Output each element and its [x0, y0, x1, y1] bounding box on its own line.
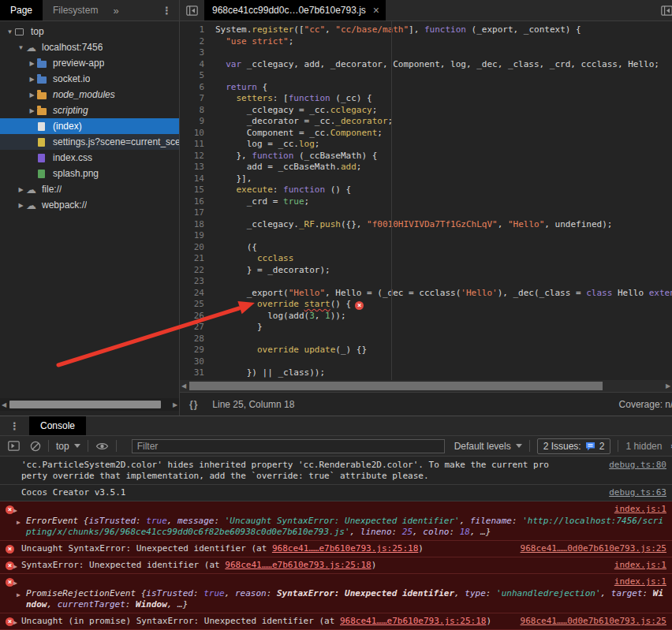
tree-expand-icon[interactable]: ▶ [27, 60, 37, 67]
tree-expand-icon[interactable]: ▶ [27, 76, 37, 83]
line-number[interactable]: 5 [180, 70, 211, 82]
line-number[interactable]: 26 [180, 311, 211, 322]
tree-expand-icon[interactable]: ▶ [27, 107, 37, 114]
line-number[interactable]: 9 [180, 116, 211, 128]
clear-console-icon[interactable] [30, 441, 41, 452]
line-number[interactable]: 29 [180, 345, 211, 356]
line-number[interactable]: 24 [180, 288, 211, 300]
hidden-messages-label[interactable]: 1 hidden [625, 441, 662, 452]
tab-console[interactable]: Console [29, 416, 86, 435]
scroll-left-icon[interactable]: ◀ [0, 401, 8, 408]
line-number[interactable]: 20 [180, 242, 211, 254]
tree-item-label: splash.png [51, 168, 99, 179]
tree-item--index-[interactable]: (index) [0, 118, 179, 134]
line-number[interactable]: 28 [180, 334, 211, 345]
tree-item-splash-png[interactable]: splash.png [0, 166, 179, 181]
tree-expand-icon[interactable]: ▶ [27, 91, 37, 99]
tree-expand-icon[interactable]: ▶ [16, 186, 26, 193]
line-number[interactable]: 7 [180, 93, 211, 105]
message-text: PromiseRejectionEvent {isTrusted: true, … [26, 588, 663, 609]
folder-icon [37, 76, 47, 84]
tree-expand-icon[interactable]: ▼ [16, 44, 26, 51]
scroll-left-icon[interactable]: ◀ [180, 382, 188, 390]
pretty-print-icon[interactable]: {} [189, 399, 198, 410]
source-link[interactable]: 968ce41……e7b610e793.js:25:18 [272, 543, 418, 554]
code-text: ({ [211, 242, 257, 254]
line-number[interactable]: 21 [180, 253, 211, 265]
line-number[interactable]: 2 [180, 36, 211, 48]
more-tabs-icon[interactable]: » [108, 0, 123, 21]
tree-item-top[interactable]: ▼top [0, 24, 179, 39]
code-editor[interactable]: 1System.register(["cc", "cc/base/math"],… [180, 21, 672, 380]
error-icon: × [6, 545, 14, 554]
navigator-menu-icon[interactable]: ⋮ [155, 0, 179, 21]
tree-item-node-modules[interactable]: ▶node_modules [0, 87, 179, 103]
line-number[interactable]: 18 [180, 219, 211, 231]
source-link[interactable]: 968ce41……e7b610e793.js:25:18 [225, 560, 371, 570]
scrollbar-thumb[interactable] [189, 382, 603, 390]
live-expression-eye-icon[interactable] [95, 442, 109, 451]
code-text: add = _ccBaseMath.add; [211, 162, 361, 173]
expand-caret-icon[interactable]: ▶ [17, 590, 21, 601]
tree-item-webpack-[interactable]: ▶☁webpack:// [0, 197, 179, 213]
tree-item-label: localhost:7456 [40, 42, 103, 53]
line-number[interactable]: 31 [180, 367, 211, 379]
tree-expand-icon[interactable]: ▶ [16, 202, 26, 209]
close-icon[interactable]: × [373, 5, 379, 16]
line-number[interactable]: 14 [180, 173, 211, 185]
file-tab[interactable]: 968ce41cc99dd0c…0e7b610e793.js × [204, 0, 386, 21]
drawer-menu-icon[interactable]: ⋮ [0, 416, 29, 435]
line-number[interactable]: 30 [180, 356, 211, 368]
line-number[interactable]: 12 [180, 151, 211, 162]
code-text: override start() {× [211, 299, 364, 311]
sidebar-horizontal-scrollbar[interactable]: ◀ ▶ [0, 398, 179, 411]
tab-page[interactable]: Page [0, 0, 43, 21]
line-number[interactable]: 8 [180, 105, 211, 117]
issues-counter[interactable]: 2 Issues: 2 [537, 438, 611, 454]
tree-item-settings-js-scene-current-scen[interactable]: settings.js?scene=current_scen [0, 134, 179, 150]
scrollbar-thumb[interactable] [9, 401, 161, 408]
message-text: 'cc.ParticleSystem2D.color' hides inheri… [21, 460, 549, 481]
line-number[interactable]: 17 [180, 207, 211, 219]
console-log-message: debug.ts:63Cocos Creator v3.5.1 [0, 485, 672, 501]
source-link[interactable]: 968ce41……e7b610e793.js:25:18 [340, 616, 486, 626]
expand-caret-icon[interactable]: ▶ [17, 517, 21, 528]
hide-navigator-icon[interactable] [180, 0, 204, 21]
context-selector[interactable]: top [56, 441, 80, 452]
inline-error-icon[interactable]: × [355, 301, 364, 310]
tree-item-scripting[interactable]: ▶scripting [0, 103, 179, 118]
tree-item-index-css[interactable]: index.css [0, 150, 179, 166]
scroll-right-icon[interactable]: ▶ [171, 401, 179, 408]
line-number[interactable]: 15 [180, 185, 211, 196]
line-number[interactable]: 13 [180, 162, 211, 173]
line-number[interactable]: 1 [180, 24, 211, 36]
line-number[interactable]: 27 [180, 322, 211, 334]
coverage-status[interactable]: Coverage: n/a [619, 399, 672, 410]
tree-item-file-[interactable]: ▶☁file:// [0, 181, 179, 197]
line-number[interactable]: 22 [180, 265, 211, 277]
log-levels-selector[interactable]: Default levels [454, 441, 522, 452]
filter-input[interactable] [132, 439, 445, 453]
line-number[interactable]: 19 [180, 230, 211, 242]
scroll-right-icon[interactable]: ▶ [664, 382, 672, 390]
line-number[interactable]: 23 [180, 276, 211, 288]
line-number[interactable]: 25 [180, 299, 211, 311]
tree-item-preview-app[interactable]: ▶preview-app [0, 55, 179, 71]
expand-caret-icon[interactable]: ▶ [13, 561, 17, 572]
line-number[interactable]: 10 [180, 128, 211, 140]
line-number[interactable]: 11 [180, 139, 211, 151]
tab-filesystem[interactable]: Filesystem [43, 0, 108, 21]
line-number[interactable]: 6 [180, 82, 211, 94]
tree-item-localhost-7456[interactable]: ▼☁localhost:7456 [0, 39, 179, 55]
tree-expand-icon[interactable]: ▼ [5, 28, 15, 35]
code-line: 24 _export("Hello", Hello = (_dec = cccl… [180, 288, 672, 300]
editor-horizontal-scrollbar[interactable]: ◀ ▶ [180, 380, 672, 392]
show-panel-icon-partial[interactable] [655, 0, 672, 21]
code-text [211, 207, 215, 219]
expand-caret-icon[interactable]: ▶ [13, 617, 17, 628]
line-number[interactable]: 3 [180, 47, 211, 59]
line-number[interactable]: 16 [180, 196, 211, 208]
tree-item-socket-io[interactable]: ▶socket.io [0, 71, 179, 87]
show-console-sidebar-icon[interactable] [8, 441, 20, 451]
line-number[interactable]: 4 [180, 59, 211, 71]
